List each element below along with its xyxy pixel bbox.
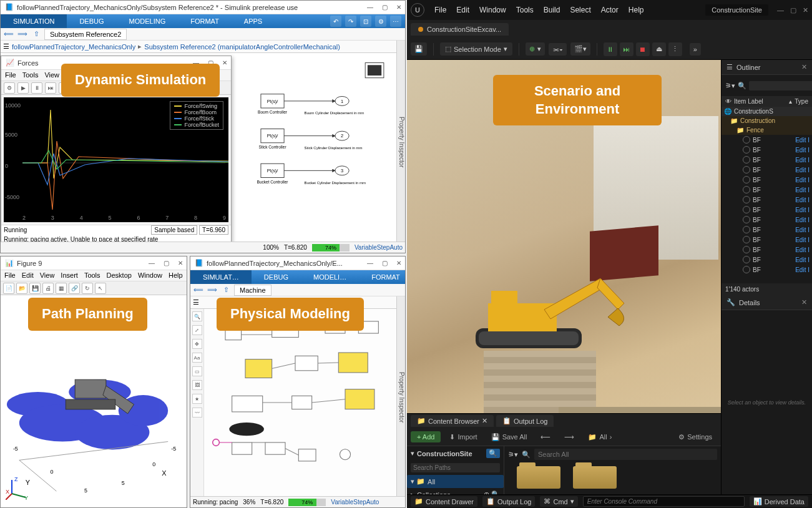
run-button[interactable]: ▶ bbox=[17, 82, 29, 94]
nav-forward-icon[interactable]: ⟹ bbox=[17, 30, 28, 38]
scope-settings-button[interactable]: ⚙ bbox=[4, 82, 15, 94]
link-button[interactable]: 🔗 bbox=[69, 283, 80, 294]
outliner-header[interactable]: ☰ Outliner ✕ bbox=[722, 60, 812, 75]
close-button[interactable]: ✕ bbox=[803, 6, 808, 14]
solver-link[interactable]: VariableStepAuto bbox=[331, 499, 379, 506]
area-button[interactable]: ▭ bbox=[192, 366, 202, 376]
tab-format[interactable]: FORMAT bbox=[359, 270, 413, 284]
frame-skip-button[interactable]: ⏭ bbox=[620, 42, 633, 56]
derived-data-button[interactable]: 📊 Derived Data bbox=[750, 496, 808, 507]
fit-button[interactable]: ⤢ bbox=[192, 325, 202, 335]
menu-file[interactable]: File bbox=[4, 271, 16, 280]
print-button[interactable]: 🖨 bbox=[42, 283, 54, 294]
collections-header[interactable]: ▸ Collections ⊕ 🔍 bbox=[407, 488, 504, 494]
menu-help[interactable]: Help bbox=[169, 271, 183, 280]
visibility-toggle[interactable] bbox=[743, 216, 750, 223]
visibility-toggle[interactable] bbox=[743, 206, 750, 213]
visibility-toggle[interactable] bbox=[743, 176, 750, 183]
add-content-button[interactable]: ⊕▾ bbox=[526, 42, 545, 56]
tab-debug[interactable]: DEBUG bbox=[252, 270, 301, 284]
edit-link[interactable]: Edit I bbox=[795, 167, 810, 173]
model-browser-icon[interactable]: ☰ bbox=[193, 298, 199, 306]
edit-link[interactable]: Edit I bbox=[795, 247, 810, 253]
nav-up-icon[interactable]: ⇧ bbox=[220, 286, 232, 294]
close-button[interactable]: ✕ bbox=[178, 260, 183, 266]
edit-link[interactable]: Edit I bbox=[795, 137, 810, 144]
outliner-tree[interactable]: 🌐ConstructionS 📁Construction 📁Fence BFEd… bbox=[722, 107, 812, 283]
actor-row[interactable]: BFEdit I bbox=[722, 225, 812, 235]
rotate-button[interactable]: ↻ bbox=[82, 283, 93, 294]
search-assets-input[interactable] bbox=[534, 449, 717, 460]
breadcrumb-root[interactable]: followPlannedTrajectory_MechanicsOnly bbox=[11, 43, 137, 51]
visibility-toggle[interactable] bbox=[743, 226, 750, 233]
folder-path-button[interactable]: 📁 All › bbox=[583, 431, 617, 443]
close-button[interactable]: ✕ bbox=[222, 59, 227, 66]
visibility-toggle[interactable] bbox=[743, 186, 750, 193]
eject-button[interactable]: ⏏ bbox=[652, 42, 666, 56]
save-all-button[interactable]: 💾 Save All bbox=[486, 431, 532, 443]
stop-button[interactable]: ⏹ bbox=[636, 42, 650, 56]
menu-tools[interactable]: Tools bbox=[516, 6, 534, 14]
tab-modeling[interactable]: MODELI… bbox=[301, 270, 359, 284]
pointer-button[interactable]: ↖ bbox=[95, 283, 106, 294]
asset-grid[interactable] bbox=[504, 462, 721, 492]
level-name[interactable]: ConstructionSite bbox=[705, 4, 768, 16]
folder-all[interactable]: ▾ 📁 All bbox=[407, 475, 504, 488]
edit-link[interactable]: Edit I bbox=[795, 256, 810, 263]
console-command-input[interactable] bbox=[583, 496, 745, 507]
pause-button[interactable]: ⏸ bbox=[31, 82, 42, 94]
cinematics-button[interactable]: 🎬▾ bbox=[570, 42, 590, 56]
model-browser-icon[interactable]: ☰ bbox=[3, 42, 9, 51]
new-figure-button[interactable]: 📄 bbox=[3, 283, 14, 294]
menu-tools[interactable]: Tools bbox=[84, 271, 100, 280]
world-row[interactable]: 🌐ConstructionS bbox=[722, 107, 812, 116]
machine-tab[interactable]: Machine bbox=[234, 285, 271, 296]
outliner-search-input[interactable] bbox=[749, 81, 812, 90]
visibility-toggle[interactable] bbox=[743, 166, 750, 173]
visibility-toggle[interactable] bbox=[743, 156, 750, 164]
titlebar[interactable]: 📘 followPlannedTrajectory_MechanicsOnly/… bbox=[1, 1, 405, 14]
col-type[interactable]: Type bbox=[795, 98, 808, 105]
nav-up-icon[interactable]: ⇧ bbox=[31, 30, 42, 38]
actor-row[interactable]: BFEdit I bbox=[722, 135, 812, 145]
quick-access-button[interactable]: ↶ bbox=[330, 16, 341, 27]
quick-access-button[interactable]: ⊡ bbox=[360, 16, 371, 27]
close-icon[interactable]: ✕ bbox=[801, 298, 807, 306]
menu-select[interactable]: Select bbox=[570, 6, 590, 14]
menu-file[interactable]: File bbox=[434, 6, 446, 14]
menu-tools[interactable]: Tools bbox=[22, 71, 39, 79]
edit-link[interactable]: Edit I bbox=[795, 227, 810, 233]
save-button[interactable]: 💾 bbox=[411, 42, 427, 56]
subsystem-tab[interactable]: Subsystem Reference2 bbox=[44, 29, 127, 40]
close-icon[interactable]: ✕ bbox=[801, 63, 807, 71]
level-tab[interactable]: ConstructionSiteExcav... bbox=[411, 23, 509, 36]
maximize-button[interactable]: ▢ bbox=[382, 4, 388, 11]
visibility-toggle[interactable] bbox=[743, 256, 750, 263]
property-inspector-tab[interactable]: Property Inspector bbox=[396, 296, 405, 496]
quick-access-button[interactable]: ⚙ bbox=[375, 16, 386, 27]
visibility-toggle[interactable] bbox=[743, 136, 750, 144]
blueprint-button[interactable]: ⫘▾ bbox=[549, 43, 567, 56]
menu-build[interactable]: Build bbox=[544, 6, 560, 14]
visibility-toggle[interactable] bbox=[743, 146, 750, 154]
nav-forward-icon[interactable]: ⟹ bbox=[207, 286, 218, 294]
folder-row[interactable]: 📁Construction bbox=[722, 116, 812, 125]
tab-debug[interactable]: DEBUG bbox=[67, 14, 116, 28]
solver-link[interactable]: VariableStepAuto bbox=[355, 244, 403, 251]
col-item-label[interactable]: Item Label bbox=[734, 98, 763, 105]
edit-link[interactable]: Edit I bbox=[795, 237, 810, 243]
history-back-button[interactable]: ⟵ bbox=[536, 431, 555, 443]
tab-modeling[interactable]: MODELING bbox=[117, 14, 179, 28]
actor-row[interactable]: BFEdit I bbox=[722, 245, 812, 255]
close-button[interactable]: ✕ bbox=[396, 260, 401, 266]
viewmark-button[interactable]: ★ bbox=[192, 394, 202, 404]
actor-row[interactable]: BFEdit I bbox=[722, 175, 812, 185]
content-drawer-button[interactable]: 📁 Content Drawer bbox=[411, 496, 477, 507]
folder-item[interactable] bbox=[517, 466, 560, 489]
edit-link[interactable]: Edit I bbox=[795, 147, 810, 154]
quick-access-button[interactable]: ⋯ bbox=[390, 16, 401, 27]
import-button[interactable]: ⬇ Import bbox=[444, 431, 482, 443]
tab-simulation[interactable]: SIMULATION bbox=[1, 14, 67, 28]
pause-button[interactable]: ⏸ bbox=[604, 42, 617, 56]
actor-row[interactable]: BFEdit I bbox=[722, 265, 812, 275]
